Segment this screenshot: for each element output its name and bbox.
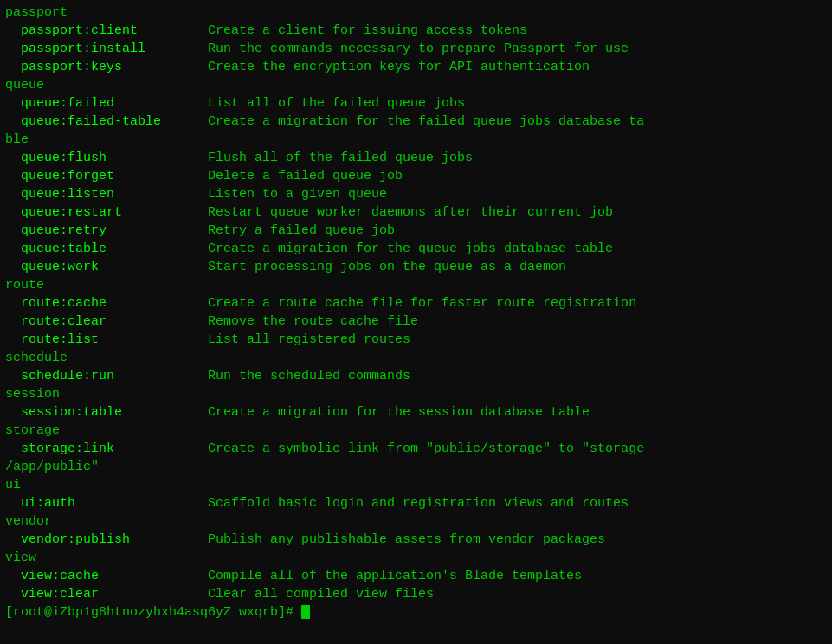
terminal-line: session <box>5 385 827 403</box>
command-name: queue:failed <box>5 96 208 111</box>
terminal-line: queue:table Create a migration for the q… <box>5 240 827 258</box>
terminal-line: route:clear Remove the route cache file <box>5 312 827 331</box>
terminal-line: queue:flush Flush all of the failed queu… <box>5 149 827 167</box>
terminal-line: route:cache Create a route cache file fo… <box>5 294 827 312</box>
command-name: passport:install <box>5 42 208 56</box>
command-desc: Retry a failed queue job <box>208 223 395 238</box>
command-name: route:cache <box>5 296 208 311</box>
terminal-line: schedule <box>5 349 827 367</box>
command-desc: Compile all of the application's Blade t… <box>208 569 582 583</box>
command-name: view:cache <box>5 569 208 583</box>
cursor <box>301 605 310 619</box>
command-desc: Run the commands necessary to prepare Pa… <box>208 42 629 56</box>
command-desc: Create a migration for the failed queue … <box>208 114 644 129</box>
command-name: queue:listen <box>5 187 208 202</box>
command-desc: Flush all of the failed queue jobs <box>208 151 473 165</box>
command-name: route:clear <box>5 314 208 329</box>
command-name: queue:work <box>5 260 208 274</box>
command-name: vendor:publish <box>5 532 208 547</box>
command-desc: Remove the route cache file <box>208 314 418 329</box>
command-desc: Delete a failed queue job <box>208 169 403 184</box>
command-desc: List all of the failed queue jobs <box>208 96 465 111</box>
terminal-line: queue:restart Restart queue worker daemo… <box>5 203 827 222</box>
command-name: queue:retry <box>5 223 208 238</box>
command-name: queue:restart <box>5 205 208 220</box>
terminal-line: vendor:publish Publish any publishable a… <box>5 531 827 549</box>
command-name: queue:table <box>5 242 208 256</box>
command-desc: Scaffold basic login and registration vi… <box>208 496 629 511</box>
command-name: passport:client <box>5 23 208 38</box>
command-desc: Create a client for issuing access token… <box>208 23 527 38</box>
command-desc: Listen to a given queue <box>208 187 387 202</box>
terminal-line: queue:listen Listen to a given queue <box>5 185 827 203</box>
terminal-line: schedule:run Run the scheduled commands <box>5 367 827 385</box>
terminal-line: storage:link Create a symbolic link from… <box>5 440 827 458</box>
command-desc: Run the scheduled commands <box>208 369 410 383</box>
command-name: session:table <box>5 405 208 420</box>
terminal-line: queue:failed List all of the failed queu… <box>5 94 827 113</box>
command-desc: Create the encryption keys for API authe… <box>208 60 590 74</box>
terminal-line: passport:install Run the commands necess… <box>5 40 827 58</box>
command-desc: Create a route cache file for faster rou… <box>208 296 636 311</box>
terminal-line: storage <box>5 422 827 440</box>
command-name: storage:link <box>5 441 208 456</box>
prompt: [root@iZbp1g8htnozyhxh4asq6yZ wxqrb]# <box>5 605 301 620</box>
command-desc: List all registered routes <box>208 332 410 347</box>
terminal-line: view:cache Compile all of the applicatio… <box>5 567 827 585</box>
terminal-line: queue <box>5 76 827 94</box>
terminal-line: session:table Create a migration for the… <box>5 403 827 422</box>
terminal-line: route:list List all registered routes <box>5 331 827 349</box>
command-name: route:list <box>5 332 208 347</box>
terminal-line: passport:keys Create the encryption keys… <box>5 58 827 76</box>
terminal-line: ui:auth Scaffold basic login and registr… <box>5 494 827 512</box>
command-name: queue:flush <box>5 151 208 165</box>
terminal-content: passport passport:client Create a client… <box>5 3 827 621</box>
terminal-line: /app/public" <box>5 458 827 476</box>
terminal-line: queue:failed-table Create a migration fo… <box>5 113 827 131</box>
command-name: schedule:run <box>5 369 208 383</box>
command-name: view:clear <box>5 587 208 602</box>
terminal-line: ble <box>5 131 827 149</box>
terminal-line: view <box>5 549 827 567</box>
command-desc: Clear all compiled view files <box>208 587 434 602</box>
command-name: passport:keys <box>5 60 208 74</box>
terminal-line: vendor <box>5 512 827 531</box>
terminal-line: queue:forget Delete a failed queue job <box>5 167 827 185</box>
terminal-line: passport:client Create a client for issu… <box>5 22 827 40</box>
command-desc: Create a migration for the session datab… <box>208 405 590 420</box>
command-desc: Create a symbolic link from "public/stor… <box>208 441 644 456</box>
terminal-line: queue:retry Retry a failed queue job <box>5 222 827 240</box>
command-desc: Start processing jobs on the queue as a … <box>208 260 566 274</box>
command-name: ui:auth <box>5 496 208 511</box>
command-name: queue:forget <box>5 169 208 184</box>
command-desc: Publish any publishable assets from vend… <box>208 532 605 547</box>
terminal-line: [root@iZbp1g8htnozyhxh4asq6yZ wxqrb]# <box>5 605 310 620</box>
terminal-line: route <box>5 276 827 294</box>
command-desc: Create a migration for the queue jobs da… <box>208 242 613 256</box>
command-name: queue:failed-table <box>5 114 208 129</box>
terminal-line: view:clear Clear all compiled view files <box>5 585 827 603</box>
terminal-window: passport passport:client Create a client… <box>0 0 832 644</box>
terminal-line: ui <box>5 476 827 494</box>
terminal-line: passport <box>5 3 827 22</box>
command-desc: Restart queue worker daemons after their… <box>208 205 613 220</box>
terminal-line: queue:work Start processing jobs on the … <box>5 258 827 276</box>
